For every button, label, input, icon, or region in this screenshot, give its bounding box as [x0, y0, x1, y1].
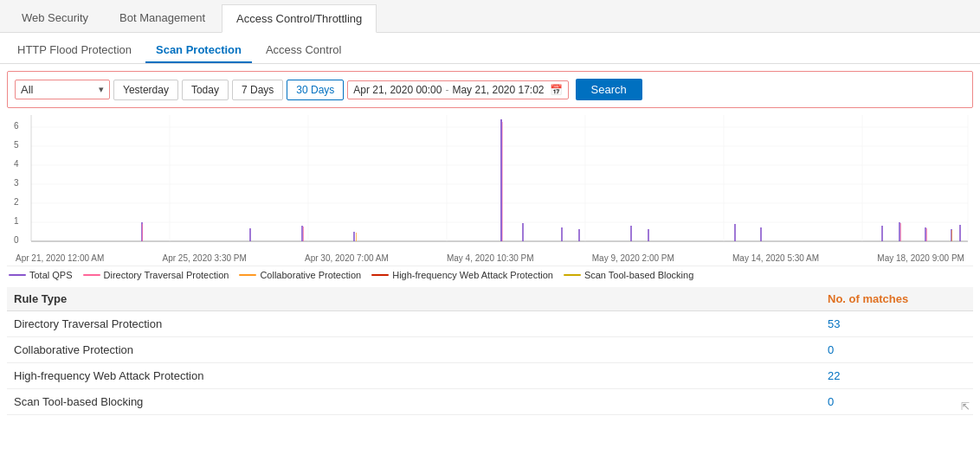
date-start: Apr 21, 2020 00:00 — [353, 84, 442, 96]
rule-type-select[interactable]: All ▾ — [15, 80, 110, 99]
svg-rect-32 — [734, 224, 736, 241]
chart-area: 6 5 4 3 2 1 0 — [7, 115, 973, 266]
legend-dir-traversal: Directory Traversal Protection — [83, 270, 229, 280]
top-tabs: Web Security Bot Management Access Contr… — [0, 0, 980, 33]
legend-collaborative: Collaborative Protection — [239, 270, 361, 280]
table-row: High-frequency Web Attack Protection 22 — [7, 363, 973, 389]
svg-rect-43 — [926, 228, 927, 241]
select-arrow-icon: ▾ — [99, 84, 104, 95]
svg-rect-41 — [502, 122, 503, 241]
legend-label-total-qps: Total QPS — [29, 270, 73, 280]
x-label-0: Apr 21, 2020 12:00 AM — [16, 253, 104, 263]
svg-text:3: 3 — [14, 178, 19, 188]
svg-rect-34 — [881, 226, 883, 241]
table-row: Scan Tool-based Blocking 0 ⇱ — [7, 389, 973, 415]
svg-rect-31 — [648, 229, 649, 241]
rule-type-value: All — [21, 83, 33, 96]
tab-web-security[interactable]: Web Security — [7, 3, 103, 32]
rule-high-freq: High-frequency Web Attack Protection — [14, 369, 828, 382]
rule-scan-tool: Scan Tool-based Blocking — [14, 395, 828, 408]
30days-button[interactable]: 30 Days — [287, 80, 344, 100]
resize-icon: ⇱ — [961, 400, 970, 413]
date-separator: - — [445, 84, 448, 96]
svg-rect-29 — [578, 229, 580, 241]
legend-dot-total-qps — [9, 274, 26, 276]
matches-dir-traversal[interactable]: 53 — [828, 317, 966, 330]
legend-scan-tool: Scan Tool-based Blocking — [564, 270, 693, 280]
svg-rect-23 — [249, 228, 251, 241]
table-section: Rule Type No. of matches Directory Trave… — [7, 287, 973, 415]
legend-dot-scan-tool — [564, 274, 581, 276]
matches-collaborative[interactable]: 0 — [828, 343, 966, 356]
svg-text:1: 1 — [14, 216, 19, 226]
chart-xaxis: Apr 21, 2020 12:00 AM Apr 25, 2020 3:30 … — [7, 252, 973, 265]
svg-text:5: 5 — [14, 140, 19, 150]
chart-legend: Total QPS Directory Traversal Protection… — [0, 266, 980, 284]
svg-text:4: 4 — [14, 159, 19, 169]
svg-rect-35 — [899, 222, 900, 241]
svg-rect-33 — [760, 227, 762, 241]
x-label-3: May 4, 2020 10:30 PM — [447, 253, 534, 263]
svg-rect-26 — [500, 119, 502, 241]
svg-rect-25 — [353, 232, 355, 241]
x-label-2: Apr 30, 2020 7:00 AM — [305, 253, 389, 263]
legend-label-scan-tool: Scan Tool-based Blocking — [584, 270, 693, 280]
svg-rect-42 — [900, 223, 901, 241]
table-header: Rule Type No. of matches — [7, 287, 973, 311]
svg-rect-28 — [561, 227, 563, 241]
tab-access-control-throttling[interactable]: Access Control/Throttling — [222, 4, 377, 33]
table-row: Collaborative Protection 0 — [7, 337, 973, 363]
rule-collaborative: Collaborative Protection — [14, 343, 828, 356]
matches-scan-tool[interactable]: 0 — [828, 395, 966, 408]
svg-rect-45 — [951, 230, 952, 241]
table-row: Directory Traversal Protection 53 — [7, 311, 973, 337]
x-label-1: Apr 25, 2020 3:30 PM — [163, 253, 247, 263]
svg-rect-39 — [142, 224, 143, 241]
7days-button[interactable]: 7 Days — [232, 80, 283, 100]
calendar-icon[interactable]: 📅 — [550, 84, 563, 96]
legend-label-high-freq: High-frequency Web Attack Protection — [392, 270, 553, 280]
svg-text:2: 2 — [14, 197, 19, 207]
date-end: May 21, 2020 17:02 — [452, 84, 544, 96]
svg-rect-38 — [959, 225, 961, 241]
x-label-5: May 14, 2020 5:30 AM — [732, 253, 819, 263]
legend-label-collaborative: Collaborative Protection — [260, 270, 361, 280]
x-label-4: May 9, 2020 2:00 PM — [592, 253, 674, 263]
date-range: Apr 21, 2020 00:00 - May 21, 2020 17:02 … — [347, 80, 568, 99]
svg-rect-30 — [630, 226, 632, 241]
sub-tabs: HTTP Flood Protection Scan Protection Ac… — [0, 33, 980, 64]
rule-dir-traversal: Directory Traversal Protection — [14, 317, 828, 330]
svg-rect-24 — [301, 226, 303, 241]
legend-high-freq: High-frequency Web Attack Protection — [371, 270, 553, 280]
subtab-access-control[interactable]: Access Control — [255, 38, 351, 63]
legend-dot-high-freq — [371, 274, 389, 276]
x-label-6: May 18, 2020 9:00 PM — [877, 253, 964, 263]
tab-bot-management[interactable]: Bot Management — [105, 3, 220, 32]
svg-text:0: 0 — [14, 235, 19, 245]
chart-svg: 6 5 4 3 2 1 0 — [7, 115, 973, 249]
svg-rect-44 — [356, 233, 357, 241]
today-button[interactable]: Today — [182, 80, 229, 100]
legend-total-qps: Total QPS — [9, 270, 73, 280]
search-button[interactable]: Search — [576, 79, 642, 100]
col-matches-header: No. of matches — [828, 292, 966, 305]
svg-text:6: 6 — [14, 121, 19, 131]
svg-rect-36 — [925, 227, 926, 241]
filter-bar: All ▾ Yesterday Today 7 Days 30 Days Apr… — [7, 71, 973, 108]
legend-dot-dir-traversal — [83, 274, 100, 276]
col-rule-type-header: Rule Type — [14, 292, 828, 305]
subtab-http-flood[interactable]: HTTP Flood Protection — [7, 38, 142, 63]
svg-rect-40 — [303, 227, 304, 241]
legend-label-dir-traversal: Directory Traversal Protection — [104, 270, 229, 280]
yesterday-button[interactable]: Yesterday — [113, 80, 178, 100]
subtab-scan-protection[interactable]: Scan Protection — [145, 38, 252, 63]
svg-rect-27 — [522, 223, 524, 241]
legend-dot-collaborative — [239, 274, 256, 276]
matches-high-freq[interactable]: 22 — [828, 369, 966, 382]
